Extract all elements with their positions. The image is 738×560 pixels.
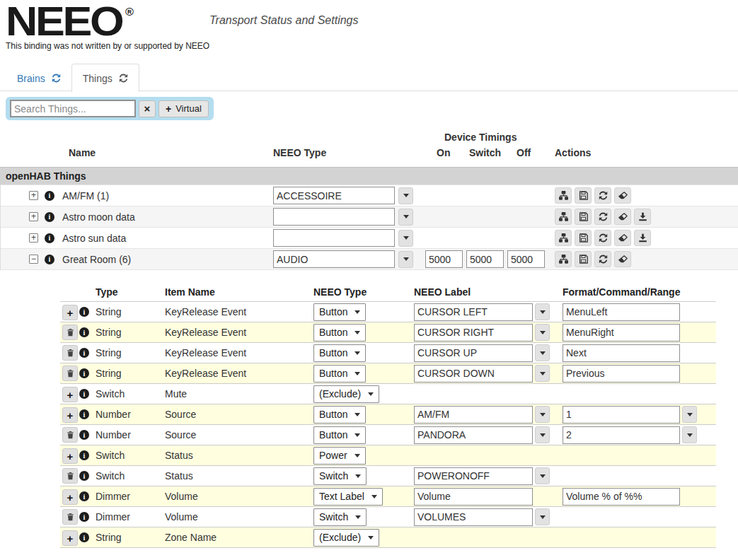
- neeo-type-input[interactable]: [273, 250, 395, 268]
- neeo-type-select[interactable]: Switch: [313, 508, 367, 526]
- clear-search-button[interactable]: [139, 100, 156, 117]
- eraser-button[interactable]: [614, 187, 631, 204]
- info-icon[interactable]: [79, 471, 89, 481]
- refresh-button[interactable]: [594, 187, 611, 204]
- info-icon[interactable]: [79, 348, 89, 358]
- neeo-label-input[interactable]: [414, 324, 533, 342]
- eraser-button[interactable]: [614, 251, 631, 267]
- info-icon[interactable]: [45, 255, 54, 264]
- format-input[interactable]: [563, 303, 680, 321]
- info-icon[interactable]: [79, 368, 89, 378]
- sitemap-button[interactable]: [555, 187, 572, 204]
- info-icon[interactable]: [79, 409, 89, 419]
- info-icon[interactable]: [45, 212, 54, 222]
- add-channel-button[interactable]: [62, 530, 78, 546]
- neeo-type-input[interactable]: [273, 187, 395, 204]
- neeo-type-select[interactable]: Switch: [313, 467, 367, 485]
- dropdown-button[interactable]: [398, 209, 413, 226]
- neeo-type-input[interactable]: [273, 229, 395, 247]
- add-channel-button[interactable]: [62, 448, 78, 464]
- dropdown-button[interactable]: [398, 230, 413, 247]
- dropdown-button[interactable]: [682, 426, 697, 443]
- dropdown-button[interactable]: [398, 187, 413, 204]
- neeo-type-select[interactable]: Button: [313, 426, 366, 444]
- neeo-type-select[interactable]: Text Label: [313, 488, 383, 506]
- neeo-type-select[interactable]: Button: [313, 406, 366, 424]
- dropdown-button[interactable]: [535, 508, 550, 525]
- refresh-button[interactable]: [594, 251, 611, 267]
- neeo-label-input[interactable]: [414, 426, 533, 444]
- tab-brains[interactable]: Brains: [6, 64, 71, 92]
- info-icon[interactable]: [79, 327, 89, 337]
- add-channel-button[interactable]: [62, 489, 78, 505]
- neeo-label-input[interactable]: [414, 508, 533, 526]
- tab-things[interactable]: Things: [71, 64, 139, 92]
- info-icon[interactable]: [79, 389, 89, 399]
- delete-channel-button[interactable]: [62, 468, 78, 484]
- dropdown-button[interactable]: [398, 251, 413, 268]
- info-icon[interactable]: [45, 233, 54, 243]
- format-input[interactable]: [563, 344, 680, 362]
- info-icon[interactable]: [79, 491, 89, 501]
- delete-channel-button[interactable]: [62, 427, 78, 443]
- collapse-icon[interactable]: [29, 255, 38, 264]
- add-virtual-button[interactable]: Virtual: [158, 100, 209, 117]
- neeo-type-select[interactable]: Button: [313, 365, 366, 383]
- info-icon[interactable]: [79, 450, 89, 460]
- timing-off-input[interactable]: [507, 250, 545, 268]
- refresh-button[interactable]: [594, 209, 611, 225]
- expand-icon[interactable]: [29, 233, 38, 243]
- format-input[interactable]: [563, 406, 680, 424]
- refresh-icon[interactable]: [119, 74, 128, 83]
- add-channel-button[interactable]: [62, 387, 78, 402]
- dropdown-button[interactable]: [535, 324, 550, 341]
- save-button[interactable]: [575, 230, 592, 246]
- info-icon[interactable]: [45, 191, 54, 201]
- info-icon[interactable]: [79, 512, 89, 522]
- neeo-label-input[interactable]: [414, 488, 533, 506]
- refresh-button[interactable]: [594, 230, 611, 246]
- save-button[interactable]: [575, 209, 592, 225]
- dropdown-button[interactable]: [535, 344, 550, 361]
- neeo-type-select[interactable]: Button: [313, 324, 366, 342]
- neeo-label-input[interactable]: [414, 344, 533, 362]
- dropdown-button[interactable]: [535, 365, 550, 382]
- info-icon[interactable]: [79, 532, 89, 542]
- dropdown-button[interactable]: [535, 406, 550, 423]
- format-input[interactable]: [563, 365, 680, 383]
- timing-switch-input[interactable]: [466, 250, 504, 268]
- timing-on-input[interactable]: [425, 250, 463, 268]
- neeo-label-input[interactable]: [414, 406, 533, 424]
- delete-channel-button[interactable]: [62, 509, 78, 525]
- dropdown-button[interactable]: [535, 467, 550, 484]
- neeo-label-input[interactable]: [414, 467, 533, 485]
- expand-icon[interactable]: [29, 212, 38, 221]
- dropdown-button[interactable]: [535, 426, 550, 443]
- add-channel-button[interactable]: [62, 305, 78, 320]
- neeo-type-select[interactable]: Button: [313, 303, 366, 321]
- dropdown-button[interactable]: [682, 406, 697, 423]
- neeo-type-select[interactable]: Button: [313, 344, 366, 362]
- format-input[interactable]: [563, 488, 680, 506]
- search-input[interactable]: [10, 100, 136, 117]
- refresh-icon[interactable]: [52, 74, 61, 83]
- save-button[interactable]: [575, 187, 592, 204]
- neeo-type-select[interactable]: (Exclude): [313, 529, 379, 547]
- info-icon[interactable]: [79, 307, 89, 317]
- download-button[interactable]: [634, 209, 651, 225]
- neeo-label-input[interactable]: [414, 303, 533, 321]
- eraser-button[interactable]: [614, 230, 631, 246]
- download-button[interactable]: [634, 230, 651, 246]
- sitemap-button[interactable]: [555, 209, 572, 225]
- neeo-type-input[interactable]: [273, 208, 395, 226]
- delete-channel-button[interactable]: [62, 366, 78, 381]
- expand-icon[interactable]: [29, 191, 38, 200]
- info-icon[interactable]: [79, 430, 89, 440]
- add-channel-button[interactable]: [62, 407, 78, 423]
- sitemap-button[interactable]: [555, 251, 572, 267]
- delete-channel-button[interactable]: [62, 325, 78, 340]
- neeo-label-input[interactable]: [414, 365, 533, 383]
- dropdown-button[interactable]: [535, 303, 550, 320]
- delete-channel-button[interactable]: [62, 345, 78, 361]
- neeo-type-select[interactable]: Power: [313, 447, 366, 465]
